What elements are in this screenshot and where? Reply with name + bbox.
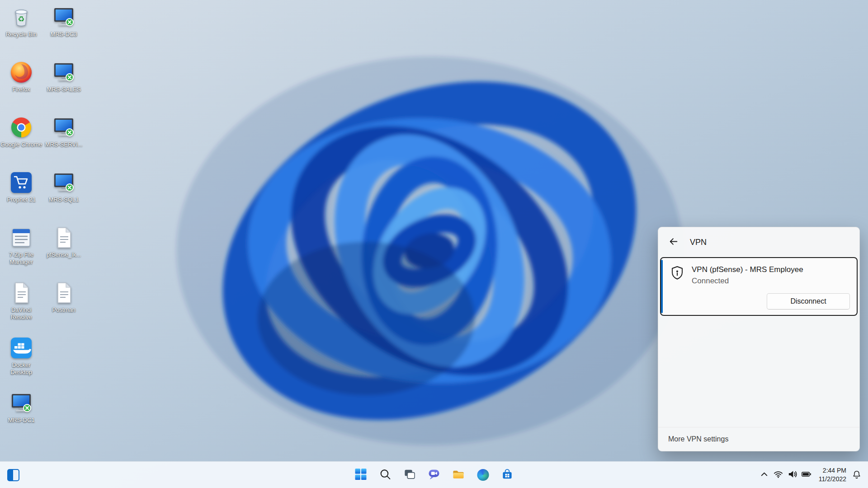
desktop-icon-prophet-21[interactable]: Prophet 21 <box>0 170 42 223</box>
store-button[interactable] <box>497 465 518 485</box>
back-button[interactable] <box>665 235 682 250</box>
edge-button[interactable] <box>473 465 493 485</box>
chevron-up-icon <box>759 469 769 481</box>
desktop-icon-label: 7-Zip File Manager <box>0 251 42 266</box>
vpn-connection-text: VPN (pfSense) - MRS Employee Connected <box>692 265 803 286</box>
notification-center-button[interactable] <box>850 465 863 484</box>
task-view-icon <box>404 468 416 482</box>
desktop-icon-label: Recycle Bin <box>6 31 37 38</box>
svg-text:♻: ♻ <box>18 14 24 23</box>
search-icon <box>379 468 392 482</box>
start-icon <box>355 468 367 482</box>
desktop-icon-mrs-dc1[interactable]: MRS-DC1 <box>0 390 42 444</box>
taskbar-clock[interactable]: 2:44 PM 11/2/2022 <box>819 466 846 483</box>
desktop-icon-label: MRS-DC3 <box>50 31 77 38</box>
desktop-icon-label: MRS-SALES <box>47 86 80 93</box>
remote-desktop-icon <box>9 390 34 416</box>
file-explorer-icon <box>453 468 465 482</box>
vpn-connection-card[interactable]: VPN (pfSense) - MRS Employee Connected D… <box>660 257 858 316</box>
start-button[interactable] <box>351 465 371 485</box>
desktop-icon-pfsense-file[interactable]: pfSense_Ik... <box>42 225 85 278</box>
document-icon <box>51 225 76 250</box>
desktop-icon-label: Firefox <box>12 86 30 93</box>
wifi-icon <box>773 469 783 481</box>
desktop-icon-7zip[interactable]: 7-Zip File Manager <box>0 225 42 278</box>
taskbar-system-tray: 2:44 PM 11/2/2022 <box>757 462 863 488</box>
arrow-left-icon <box>669 237 678 248</box>
desktop-icon-mrs-dc3[interactable]: MRS-DC3 <box>42 5 85 58</box>
edge-icon <box>477 469 489 481</box>
taskbar: 2:44 PM 11/2/2022 <box>0 461 868 488</box>
desktop-icon-mrs-sales[interactable]: MRS-SALES <box>42 60 85 113</box>
recycle-bin-icon: ♻ <box>9 5 34 30</box>
taskbar-left <box>7 462 19 488</box>
document-icon <box>51 280 76 305</box>
clock-date: 11/2/2022 <box>819 475 846 483</box>
desktop-icon-postman[interactable]: Postman <box>42 280 85 333</box>
tray-network-button[interactable] <box>771 465 785 484</box>
file-manager-icon <box>9 225 34 250</box>
chrome-icon <box>9 115 34 140</box>
desktop-icon-mrs-servi[interactable]: MRS-SERVI... <box>42 115 85 168</box>
selection-accent-bar <box>661 260 663 313</box>
bell-icon <box>852 469 862 481</box>
remote-desktop-icon <box>51 170 76 195</box>
disconnect-button[interactable]: Disconnect <box>767 293 850 310</box>
desktop-icon-label: Prophet 21 <box>7 196 36 203</box>
desktop-icon-docker-desktop[interactable]: Docker Desktop <box>0 335 42 389</box>
desktop-icon-google-chrome[interactable]: Google Chrome <box>0 115 42 168</box>
desktop-icon-label: Docker Desktop <box>0 361 42 376</box>
vpn-connection-name: VPN (pfSense) - MRS Employee <box>692 265 803 274</box>
desktop-icon-label: Google Chrome <box>0 141 42 148</box>
desktop-icon-label: DaVinci Resolve <box>0 306 42 321</box>
vpn-connection-status: Connected <box>692 277 803 286</box>
vpn-panel-title: VPN <box>690 238 707 247</box>
vpn-flyout-panel: VPN VPN (pfSense) - MRS Employee Connect… <box>658 227 860 451</box>
desktop-icon-label: pfSense_Ik... <box>47 251 81 258</box>
file-explorer-button[interactable] <box>448 465 469 485</box>
tray-battery-button[interactable] <box>799 465 813 484</box>
desktop-icon-mrs-sql1[interactable]: MRS-SQL1 <box>42 170 85 223</box>
remote-desktop-icon <box>51 115 76 140</box>
tray-volume-button[interactable] <box>785 465 799 484</box>
more-vpn-settings-link[interactable]: More VPN settings <box>668 435 728 443</box>
desktop-icon-label: MRS-SQL1 <box>49 196 79 203</box>
task-view-button[interactable] <box>400 465 420 485</box>
firefox-icon <box>9 60 34 85</box>
search-button[interactable] <box>375 465 396 485</box>
battery-icon <box>801 469 811 481</box>
vpn-shield-icon <box>670 265 684 282</box>
vpn-panel-header: VPN <box>658 227 859 257</box>
chat-button[interactable] <box>424 465 444 485</box>
document-icon <box>9 280 34 305</box>
remote-desktop-icon <box>51 5 76 30</box>
docker-whale-icon <box>9 335 34 361</box>
taskbar-center <box>351 462 518 488</box>
pinned-corner-app-icon[interactable] <box>7 469 19 481</box>
vpn-panel-footer: More VPN settings <box>658 427 859 451</box>
chat-icon <box>428 468 440 482</box>
desktop-icon-firefox[interactable]: Firefox <box>0 60 42 113</box>
remote-desktop-icon <box>51 60 76 85</box>
desktop-icon-davinci-resolve[interactable]: DaVinci Resolve <box>0 280 42 333</box>
tray-chevron-button[interactable] <box>757 465 771 484</box>
clock-time: 2:44 PM <box>819 466 846 475</box>
volume-icon <box>787 469 797 481</box>
desktop-icon-label: MRS-SERVI... <box>45 141 83 148</box>
desktop-icon-label: MRS-DC1 <box>8 417 34 424</box>
shopping-cart-icon <box>9 170 34 195</box>
desktop-icon-recycle-bin[interactable]: ♻ Recycle Bin <box>0 5 42 58</box>
desktop-icon-label: Postman <box>52 306 75 314</box>
store-icon <box>501 468 514 482</box>
